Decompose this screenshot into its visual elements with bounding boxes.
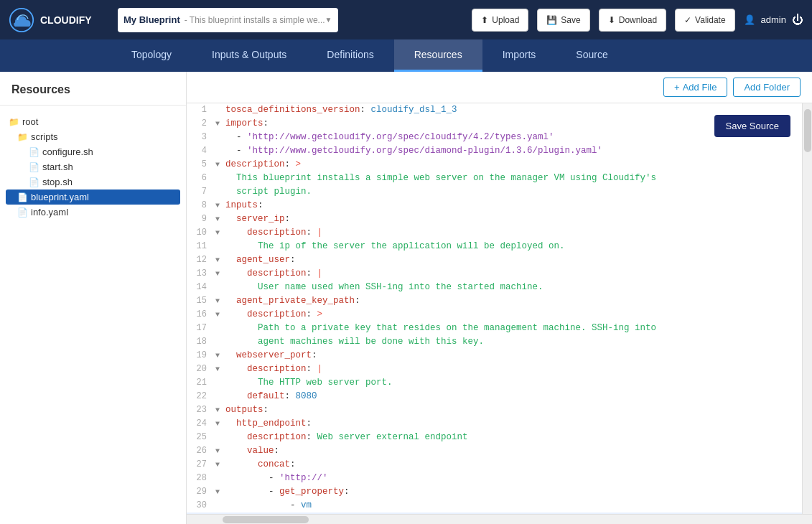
upload-icon: ⬆ [481,15,488,25]
main-content: Resources 📁 root 📁 scripts 📄 configure.s… [0,72,812,524]
code-line-19: 19 ▼ webserver_port: [187,349,802,362]
power-icon[interactable]: ⏻ [792,14,803,27]
tree-item-root[interactable]: 📁 root [6,114,180,129]
file-icon: 📄 [29,177,39,187]
app-header: CLOUDIFY My Blueprint - This blueprint i… [0,0,812,39]
tree-label-root: root [22,116,38,127]
code-line-15: 15 ▼ agent_private_key_path: [187,294,802,308]
tree-label-configure-sh: configure.sh [42,146,93,157]
download-label: Download [619,15,657,25]
code-line-16: 16 ▼ description: > [187,308,802,322]
editor-area: + Add File Add Folder Save Source 1 [187,72,812,524]
code-line-2: 2 ▼ imports: [187,117,802,131]
scrollbar-thumb[interactable] [804,109,811,152]
code-line-30: 30 - vm [187,499,802,513]
code-line-25: 25 description: Web server external endp… [187,431,802,444]
tree-label-start-sh: start.sh [42,162,73,172]
tab-source[interactable]: Source [556,39,627,72]
save-icon: 💾 [546,15,557,25]
logo-text: CLOUDIFY [40,14,92,26]
tree-item-blueprint-yaml[interactable]: 📄 blueprint.yaml [6,190,180,205]
tree-label-scripts: scripts [31,131,58,142]
blueprint-name: My Blueprint [123,14,180,25]
code-line-1: 1 tosca_definitions_version: cloudify_ds… [187,103,802,117]
code-line-11: 11 The ip of the server the application … [187,240,802,253]
code-line-3: 3 - 'http://www.getcloudify.org/spec/clo… [187,131,802,144]
user-area: 👤 admin ⏻ [744,14,803,27]
tree-item-configure-sh[interactable]: 📄 configure.sh [6,144,180,159]
code-line-28: 28 - 'http://' [187,472,802,485]
code-line-4: 4 - 'http://www.getcloudify.org/spec/dia… [187,144,802,158]
editor-toolbar: + Add File Add Folder [187,72,812,103]
tree-label-stop-sh: stop.sh [42,177,73,187]
file-icon: 📄 [17,207,28,217]
code-line-17: 17 Path to a private key that resides on… [187,322,802,335]
save-button[interactable]: 💾 Save [537,9,589,32]
add-file-button[interactable]: + Add File [663,78,727,97]
blueprint-selector[interactable]: My Blueprint - This blueprint installs a… [118,8,338,32]
validate-button[interactable]: ✓ Validate [675,9,734,32]
code-line-9: 9 ▼ server_ip: [187,212,802,226]
code-line-26: 26 ▼ value: [187,444,802,458]
code-line-23: 23 ▼ outputs: [187,403,802,417]
folder-icon: 📁 [9,117,19,127]
sidebar: Resources 📁 root 📁 scripts 📄 configure.s… [0,72,187,524]
file-icon: 📄 [17,192,28,202]
add-folder-label: Add Folder [744,82,790,93]
tree-label-info-yaml: info.yaml [31,207,68,217]
download-icon: ⬇ [608,15,615,25]
code-line-12: 12 ▼ agent_user: [187,253,802,267]
tab-topology[interactable]: Topology [111,39,192,72]
tree-label-blueprint-yaml: blueprint.yaml [31,192,89,202]
code-line-13: 13 ▼ description: | [187,267,802,281]
upload-label: Upload [492,15,519,25]
tab-inputs-outputs[interactable]: Inputs & Outputs [192,39,307,72]
tab-imports[interactable]: Imports [482,39,556,72]
user-label: admin [761,14,786,25]
code-line-6: 6 This blueprint installs a simple web s… [187,172,802,185]
sidebar-title: Resources [0,83,186,106]
tree-item-stop-sh[interactable]: 📄 stop.sh [6,174,180,190]
nav-area: Composer 4.2.0 Topology Inputs & Outputs… [0,39,812,72]
save-source-button[interactable]: Save Source [714,115,790,137]
code-line-5: 5 ▼ description: > [187,158,802,172]
save-label: Save [561,15,580,25]
vertical-scrollbar[interactable] [802,103,812,514]
code-line-24: 24 ▼ http_endpoint: [187,417,802,431]
code-line-20: 20 ▼ description: | [187,362,802,376]
add-folder-button[interactable]: Add Folder [733,78,801,97]
horizontal-scrollbar[interactable] [187,514,812,524]
code-line-22: 22 default: 8080 [187,390,802,403]
logo-area: CLOUDIFY [9,7,109,33]
upload-button[interactable]: ⬆ Upload [472,9,528,32]
file-icon: 📄 [29,147,39,157]
user-icon: 👤 [744,14,755,25]
file-tree: 📁 root 📁 scripts 📄 configure.sh 📄 start.… [0,106,186,228]
file-icon: 📄 [29,162,39,172]
tab-resources[interactable]: Resources [394,39,482,72]
blueprint-desc: - This blueprint installs a simple we... [185,15,325,25]
h-scrollbar-thumb[interactable] [223,516,309,523]
tree-item-scripts[interactable]: 📁 scripts [6,129,180,144]
folder-icon: 📁 [17,132,28,142]
validate-icon: ✓ [684,15,691,25]
code-editor: 1 tosca_definitions_version: cloudify_ds… [187,103,802,514]
code-line-14: 14 User name used when SSH-ing into the … [187,281,802,294]
nav-tabs: Topology Inputs & Outputs Definitions Re… [0,39,812,72]
code-line-31: 31 - ip [187,513,802,514]
tree-item-start-sh[interactable]: 📄 start.sh [6,159,180,174]
tab-definitions[interactable]: Definitions [307,39,393,72]
download-button[interactable]: ⬇ Download [599,9,666,32]
code-line-21: 21 The HTTP web server port. [187,376,802,390]
tree-item-info-yaml[interactable]: 📄 info.yaml [6,205,180,220]
cloudify-logo-icon [9,7,34,33]
validate-label: Validate [695,15,725,25]
plus-icon: + [674,82,680,93]
code-area: Save Source 1 tosca_definitions_version:… [187,103,812,514]
code-line-18: 18 agent machines will be done with this… [187,335,802,349]
code-line-27: 27 ▼ concat: [187,458,802,472]
code-line-10: 10 ▼ description: | [187,226,802,240]
code-scroll[interactable]: 1 tosca_definitions_version: cloudify_ds… [187,103,802,514]
code-line-29: 29 ▼ - get_property: [187,485,802,499]
code-line-8: 8 ▼ inputs: [187,199,802,212]
